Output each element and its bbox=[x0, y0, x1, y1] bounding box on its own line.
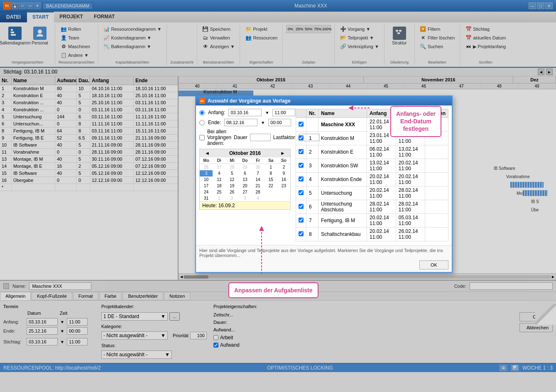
modal-td-notizen bbox=[425, 145, 448, 159]
modal-footer: Hier sind alle Vorgänge und Teilprojekte… bbox=[196, 245, 452, 272]
cal-day-empty3 bbox=[265, 195, 277, 201]
modal-table-row[interactable]: 2 Konstruktion E 06.02.14 11:00 13.02.14… bbox=[296, 145, 448, 159]
modal-td-ende: 12.03.14 09:00 bbox=[396, 241, 425, 242]
cal-day-3b[interactable]: 3 bbox=[238, 195, 251, 201]
cal-day-27[interactable]: 27 bbox=[213, 164, 225, 170]
cal-day-14[interactable]: 14 bbox=[252, 176, 265, 183]
cal-day-1[interactable]: 1 bbox=[265, 164, 277, 170]
modal-td-name: Schaltschrankbau bbox=[318, 228, 367, 241]
modal-table-row[interactable]: 5 Untersuchung 20.02.14 11:00 28.02.14 1… bbox=[296, 186, 448, 200]
today-label: Heute: 16.09.2 bbox=[202, 203, 235, 208]
cal-day-6[interactable]: 6 bbox=[238, 170, 251, 176]
modal-table-row[interactable]: 6 Untersuchung Abschluss 28.02.14 11:00 … bbox=[296, 200, 448, 214]
cal-day-4b[interactable]: 4 bbox=[252, 195, 265, 201]
cal-prev-btn[interactable]: ◄ bbox=[203, 150, 211, 156]
cal-day-19[interactable]: 19 bbox=[225, 183, 238, 189]
cal-day-9[interactable]: 9 bbox=[277, 170, 290, 176]
modal-td-nr: 5 bbox=[306, 186, 318, 200]
cal-day-26b[interactable]: 26 bbox=[225, 189, 238, 195]
modal-td-ende: 20.02.14 11:00 bbox=[396, 173, 425, 186]
row-checkbox[interactable] bbox=[299, 204, 304, 209]
cal-day-10[interactable]: 10 bbox=[200, 176, 213, 183]
cal-day-25[interactable]: 25 bbox=[213, 189, 225, 195]
cal-day-5[interactable]: 5 bbox=[225, 170, 238, 176]
cal-day-18[interactable]: 18 bbox=[213, 183, 225, 189]
cal-day-20[interactable]: 20 bbox=[238, 183, 251, 189]
modal-th-check bbox=[296, 109, 306, 118]
cal-next-btn[interactable]: ► bbox=[279, 150, 287, 156]
cal-day-17[interactable]: 17 bbox=[200, 183, 213, 189]
modal-td-nr: 1 bbox=[306, 132, 318, 145]
modal-td-check bbox=[296, 118, 306, 132]
cal-day-2b[interactable]: 2 bbox=[225, 195, 238, 201]
modal-table-row[interactable]: 3 Konstruktion SW 13.02.14 11:00 20.02.1… bbox=[296, 159, 448, 173]
cal-day-16[interactable]: 16 bbox=[277, 176, 290, 183]
modal-table-row[interactable]: 7 Fertigung, IB M 20.02.14 11:00 05.03.1… bbox=[296, 214, 448, 228]
row-checkbox[interactable] bbox=[299, 218, 304, 223]
cal-day-empty2 bbox=[277, 189, 290, 195]
modal-ok-button[interactable]: OK bbox=[419, 260, 448, 270]
row-checkbox[interactable] bbox=[299, 135, 304, 140]
cal-day-29[interactable]: 29 bbox=[238, 164, 251, 170]
cal-day-15[interactable]: 15 bbox=[265, 176, 277, 183]
cal-day-28[interactable]: 28 bbox=[225, 164, 238, 170]
cal-day-27b[interactable]: 27 bbox=[238, 189, 251, 195]
modal-table-row[interactable]: 4 Konstruktion Ende 20.02.14 11:00 20.02… bbox=[296, 173, 448, 186]
cal-day-21[interactable]: 21 bbox=[252, 183, 265, 189]
ende-radio-row: Ende: ▼ bbox=[199, 119, 291, 126]
cal-day-3[interactable]: 3 bbox=[200, 170, 213, 176]
row-checkbox[interactable] bbox=[299, 190, 304, 195]
cal-day-12[interactable]: 12 bbox=[225, 176, 238, 183]
modal-checkbox-row: Bei allen Vorgängen ändern: Dauer Lastfa… bbox=[199, 129, 291, 146]
cal-day-2[interactable]: 2 bbox=[277, 164, 290, 170]
modal-th-name: Name bbox=[318, 109, 367, 118]
modal-overlay: R! Auswahl der Vorgänge aus Vorlage Anfa… bbox=[0, 0, 556, 392]
modal-ende-dropdown[interactable]: ▼ bbox=[261, 120, 265, 125]
modal-description: Hier sind alle Vorgänge und Teilprojekte… bbox=[199, 248, 448, 258]
modal-td-notizen bbox=[425, 186, 448, 200]
modal-td-nr: 8 bbox=[306, 228, 318, 241]
modal-td-ende: 13.02.14 11:00 bbox=[396, 145, 425, 159]
modal-td-check bbox=[296, 200, 306, 214]
cal-day-13[interactable]: 13 bbox=[238, 176, 251, 183]
modal-alle-vorgaenge-checkbox[interactable] bbox=[199, 135, 205, 140]
modal-table-row[interactable]: 9 Fertigung, IB E 28.02.14 14:00 12.03.1… bbox=[296, 241, 448, 242]
modal-anfang-time[interactable] bbox=[272, 109, 295, 116]
modal-dauer-input[interactable] bbox=[250, 134, 271, 141]
cal-day-22[interactable]: 22 bbox=[265, 183, 277, 189]
modal-td-notizen bbox=[425, 159, 448, 173]
cal-day-26[interactable]: 26 bbox=[200, 164, 213, 170]
calendar-grid: Mo Di Mi Do Fr Sa So 26 27 28 29 30 bbox=[200, 157, 290, 201]
modal-th-nr: Nr. bbox=[306, 109, 318, 118]
ende-radio[interactable] bbox=[199, 120, 205, 125]
cal-header-so: So bbox=[277, 157, 290, 164]
cal-day-28b[interactable]: 28 bbox=[252, 189, 265, 195]
cal-day-4[interactable]: 4 bbox=[213, 170, 225, 176]
anfang-radio[interactable] bbox=[199, 110, 205, 115]
modal-ende-time[interactable] bbox=[268, 119, 291, 126]
row-checkbox[interactable] bbox=[299, 163, 304, 168]
cal-day-24[interactable]: 24 bbox=[200, 189, 213, 195]
cal-day-7[interactable]: 7 bbox=[252, 170, 265, 176]
row-checkbox[interactable] bbox=[299, 149, 304, 154]
cal-day-31[interactable]: 31 bbox=[200, 195, 213, 201]
modal-td-anfang: 20.02.14 11:00 bbox=[367, 214, 396, 228]
modal-td-ende: 28.02.14 11:00 bbox=[396, 200, 425, 214]
modal-td-check bbox=[296, 145, 306, 159]
cal-day-1b[interactable]: 1 bbox=[213, 195, 225, 201]
modal-ende-date[interactable] bbox=[224, 119, 257, 126]
modal-td-anfang: 06.02.14 11:00 bbox=[367, 145, 396, 159]
row-checkbox[interactable] bbox=[299, 176, 304, 181]
modal-anfang-dropdown[interactable]: ▼ bbox=[265, 110, 269, 115]
cal-day-23[interactable]: 23 bbox=[277, 183, 290, 189]
modal-anfang-date[interactable] bbox=[228, 109, 262, 116]
cal-day-30[interactable]: 30 bbox=[252, 164, 265, 170]
cal-day-8[interactable]: 8 bbox=[265, 170, 277, 176]
cal-header-fr: Fr bbox=[252, 157, 265, 164]
row-checkbox[interactable] bbox=[299, 231, 304, 236]
row-checkbox[interactable] bbox=[299, 122, 304, 127]
cal-day-11[interactable]: 11 bbox=[213, 176, 225, 183]
modal-td-ende: 26.02.14 11:00 bbox=[396, 228, 425, 241]
cal-day-empty4 bbox=[277, 195, 290, 201]
modal-table-row[interactable]: 8 Schaltschrankbau 20.02.14 11:00 26.02.… bbox=[296, 228, 448, 241]
